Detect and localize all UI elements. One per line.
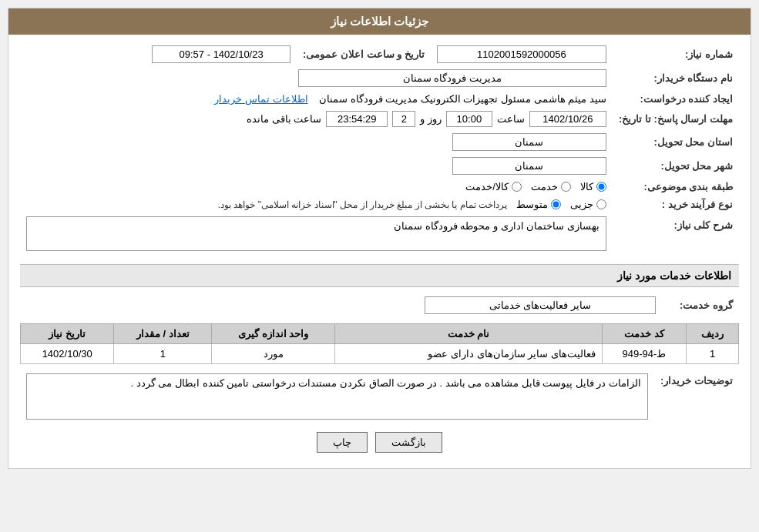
col-nam-khadamat: نام خدمت <box>335 324 603 344</box>
radio-motavasset[interactable]: متوسط <box>516 199 561 210</box>
radif-cell: 1 <box>687 344 739 364</box>
radio-jozii-label: جزیی <box>570 199 593 210</box>
radio-jozii-input[interactable] <box>596 199 606 209</box>
shomare-niaz-value: 1102001592000056 <box>437 45 606 63</box>
ijad-konande-label: ایجاد کننده درخواست: <box>613 90 739 108</box>
col-radif: ردیف <box>687 324 739 344</box>
tabaqeh-label: طبقه بندی موضوعی: <box>613 178 739 196</box>
mohlat-baghi: 23:54:29 <box>326 111 388 127</box>
shahr-value: سمنان <box>452 157 606 175</box>
sharh-kolli-value: بهسازی ساختمان اداری و محوطه فرودگاه سمن… <box>26 216 606 251</box>
print-button[interactable]: چاپ <box>317 432 368 453</box>
vahed-cell: مورد <box>212 344 335 364</box>
tosih-label: توضیحات خریدار: <box>654 370 739 423</box>
col-tedad: تعداد / مقدار <box>114 324 212 344</box>
mohlat-label: مهلت ارسال پاسخ: تا تاریخ: <box>613 108 739 130</box>
grouh-khadamat-value: سایر فعالیت‌های خدماتی <box>425 296 656 314</box>
services-section-header: اطلاعات خدمات مورد نیاز <box>20 264 739 287</box>
baghi-label: ساعت باقی مانده <box>247 113 321 125</box>
noe-farayand-label: نوع فرآیند خرید : <box>613 196 739 213</box>
ostan-label: استان محل تحویل: <box>613 130 739 154</box>
noe-description: پرداخت تمام یا بخشی از مبلغ خریدار از مح… <box>218 199 507 210</box>
sharh-kolli-label: شرح کلی نیاز: <box>613 213 739 258</box>
radio-motavasset-input[interactable] <box>551 199 561 209</box>
shahr-label: شهر محل تحویل: <box>613 154 739 178</box>
mohlat-roz: 2 <box>392 111 415 127</box>
radio-kala-input[interactable] <box>596 182 606 192</box>
radio-kala-khedmat-label: کالا/خدمت <box>465 181 509 192</box>
shomare-niaz-label: شماره نیاز: <box>613 42 739 66</box>
back-button[interactable]: بازگشت <box>375 432 442 453</box>
col-vahed: واحد اندازه گیری <box>212 324 335 344</box>
nam-dastgah-value: مدیریت فرودگاه سمنان <box>298 69 606 87</box>
table-row: 1ط-94-949فعالیت‌های سایر سازمان‌های دارا… <box>21 344 739 364</box>
radio-jozii[interactable]: جزیی <box>570 199 606 210</box>
tamas-kharidar-link[interactable]: اطلاعات تماس خریدار <box>214 93 307 105</box>
radio-khedmat-input[interactable] <box>561 182 571 192</box>
radio-kala-khedmat[interactable]: کالا/خدمت <box>465 181 522 192</box>
radio-khedmat-label: خدمت <box>531 181 558 192</box>
tarikh-value: 1402/10/23 - 09:57 <box>152 45 291 63</box>
grouh-khadamat-label: گروه خدمت: <box>662 293 739 317</box>
tedad-cell: 1 <box>114 344 212 364</box>
radio-kala[interactable]: کالا <box>580 181 606 192</box>
roz-label: روز و <box>420 113 442 125</box>
ijad-konande-value: سید میثم هاشمی مسئول تجهیزات الکترونیک م… <box>319 93 606 105</box>
nam-dastgah-label: نام دستگاه خریدار: <box>613 66 739 90</box>
radio-kala-label: کالا <box>580 181 593 192</box>
nam-khadamat-cell: فعالیت‌های سایر سازمان‌های دارای عضو <box>335 344 603 364</box>
mohlat-date: 1402/10/26 <box>529 111 606 127</box>
radio-khedmat[interactable]: خدمت <box>531 181 571 192</box>
mohlat-saat: 10:00 <box>446 111 492 127</box>
ostan-value: سمنان <box>452 133 606 151</box>
tosih-value: الزامات در فایل پیوست قابل مشاهده می باش… <box>26 373 648 420</box>
radio-motavasset-label: متوسط <box>516 199 548 210</box>
tarikh-label: تاریخ و ساعت اعلان عمومی: <box>297 42 431 66</box>
col-kod-khadamat: کد خدمت <box>602 324 686 344</box>
tarikh-cell: 1402/10/30 <box>21 344 114 364</box>
page-header: جزئیات اطلاعات نیاز <box>8 8 751 35</box>
col-tarikh-niaz: تاریخ نیاز <box>21 324 114 344</box>
saat-label: ساعت <box>497 113 525 125</box>
radio-kala-khedmat-input[interactable] <box>512 182 522 192</box>
kod-khadamat-cell: ط-94-949 <box>602 344 686 364</box>
